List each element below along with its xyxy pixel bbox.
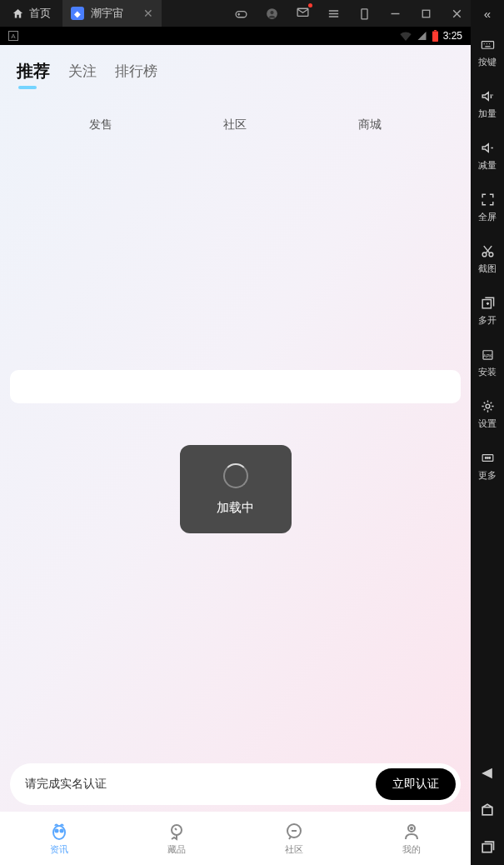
svg-point-25 (489, 458, 491, 459)
signal-icon (417, 31, 427, 41)
nav-profile-label: 我的 (402, 843, 421, 856)
svg-rect-4 (362, 8, 367, 18)
subtab-sale[interactable]: 发售 (89, 118, 112, 132)
auth-button-label: 立即认证 (392, 777, 439, 790)
volume-up-icon (480, 88, 496, 104)
nav-news-label: 资讯 (50, 843, 68, 856)
search-bar[interactable] (10, 370, 461, 403)
bottom-nav: 资讯 藏品 社区 我的 (0, 812, 471, 865)
recents-icon[interactable] (479, 838, 496, 855)
gamepad-icon[interactable] (234, 7, 248, 21)
home-nav-icon[interactable] (479, 802, 496, 818)
apk-icon: APK (480, 347, 496, 362)
spinner-icon (223, 463, 248, 488)
home-icon (12, 8, 24, 20)
back-icon[interactable] (479, 765, 496, 782)
mail-icon (296, 5, 310, 19)
loading-dialog: 加载中 (180, 445, 292, 533)
svg-rect-5 (422, 10, 430, 18)
home-label: 首页 (29, 6, 51, 21)
close-icon[interactable] (450, 7, 464, 21)
sidebar-install[interactable]: APK 安装 (478, 337, 497, 388)
svg-rect-6 (432, 31, 438, 42)
android-statusbar: A 3:25 (0, 27, 471, 45)
fullscreen-icon (480, 192, 496, 208)
sidebar-screenshot-label: 截图 (478, 262, 497, 275)
nav-community-label: 社区 (285, 843, 303, 856)
sidebar-more-label: 更多 (478, 469, 497, 482)
sidebar-volup-label: 加量 (478, 108, 497, 120)
nav-profile[interactable]: 我的 (402, 822, 422, 856)
svg-text:APK: APK (482, 353, 492, 358)
wifi-icon (399, 31, 412, 41)
sidebar-more[interactable]: 更多 (478, 440, 497, 492)
minimize-icon[interactable] (388, 7, 402, 21)
nav-news[interactable]: 资讯 (49, 822, 69, 856)
app-tab-icon: ◆ (71, 7, 84, 20)
sidebar-install-label: 安装 (478, 366, 497, 378)
svg-rect-7 (434, 30, 437, 31)
svg-point-14 (411, 828, 412, 829)
subtab-mall[interactable]: 商城 (358, 118, 382, 132)
svg-point-9 (55, 829, 57, 832)
profile-icon (402, 822, 422, 842)
auth-prompt-bar: 请完成实名认证 立即认证 (10, 763, 461, 805)
community-icon (284, 822, 304, 842)
sidebar-volume-up[interactable]: 加量 (478, 78, 497, 130)
auth-button[interactable]: 立即认证 (376, 768, 456, 800)
top-tabs: 推荐 关注 排行榜 (0, 45, 471, 91)
tab-recommend[interactable]: 推荐 (17, 60, 50, 82)
svg-rect-27 (482, 844, 492, 852)
app-tab-label: 潮宇宙 (91, 6, 123, 21)
app-tab[interactable]: ◆ 潮宇宙 ✕ (62, 0, 162, 27)
news-icon (49, 822, 69, 842)
sidebar-fullscreen-label: 全屏 (478, 211, 497, 223)
more-icon (480, 450, 496, 466)
svg-point-8 (53, 826, 65, 839)
svg-point-24 (487, 458, 488, 459)
sidebar-fullscreen[interactable]: 全屏 (478, 182, 497, 233)
svg-point-23 (485, 458, 487, 459)
svg-point-21 (486, 404, 490, 408)
emulator-sidebar: « 按键 加量 减量 全屏 截图 多开 APK 安装 设置 更多 (471, 0, 504, 865)
multi-icon (480, 295, 496, 311)
sidebar-collapse-button[interactable]: « (471, 0, 504, 27)
sidebar-keymap[interactable]: 按键 (478, 27, 497, 78)
keyboard-icon (480, 37, 496, 52)
svg-point-10 (60, 829, 62, 832)
auth-prompt-text: 请完成实名认证 (25, 777, 107, 792)
maximize-icon[interactable] (419, 7, 433, 21)
menu-icon[interactable] (327, 7, 341, 21)
tab-follow[interactable]: 关注 (68, 62, 97, 81)
scissors-icon (480, 243, 496, 259)
user-icon[interactable] (265, 7, 279, 21)
nav-collection[interactable]: 藏品 (167, 822, 187, 856)
nav-collection-label: 藏品 (167, 843, 186, 856)
sidebar-multi[interactable]: 多开 (478, 285, 497, 337)
svg-rect-0 (236, 11, 247, 17)
app-area: A 3:25 推荐 关注 排行榜 发售 社区 商城 暂无数据 (0, 27, 471, 865)
sidebar-screenshot[interactable]: 截图 (478, 233, 497, 285)
notification-dot (308, 3, 312, 8)
nav-community[interactable]: 社区 (284, 822, 304, 856)
home-tab[interactable]: 首页 (0, 0, 62, 27)
device-icon[interactable] (357, 7, 372, 21)
collection-icon (167, 822, 187, 842)
rotation-indicator: A (8, 31, 18, 41)
svg-point-2 (270, 10, 273, 13)
mail-button[interactable] (296, 5, 310, 22)
svg-rect-26 (482, 808, 492, 815)
sidebar-settings[interactable]: 设置 (478, 388, 497, 440)
sidebar-volume-down[interactable]: 减量 (478, 130, 497, 182)
clock-text: 3:25 (443, 30, 462, 42)
sidebar-multi-label: 多开 (478, 314, 497, 327)
gear-icon (480, 398, 496, 414)
sub-tabs: 发售 社区 商城 (0, 91, 471, 148)
titlebar: 首页 ◆ 潮宇宙 ✕ (0, 0, 471, 27)
subtab-community[interactable]: 社区 (223, 118, 247, 132)
volume-down-icon (480, 140, 496, 156)
tab-close-button[interactable]: ✕ (143, 7, 153, 20)
loading-text: 加载中 (217, 500, 254, 516)
tab-ranking[interactable]: 排行榜 (115, 62, 157, 81)
battery-icon (432, 30, 439, 42)
